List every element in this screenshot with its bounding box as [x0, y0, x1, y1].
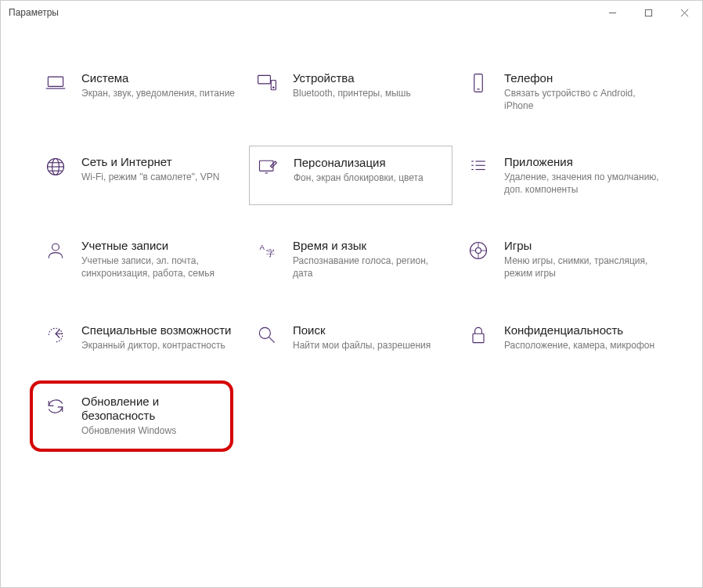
- svg-point-24: [52, 244, 59, 251]
- tile-desc: Расположение, камера, микрофон: [504, 340, 654, 352]
- tile-search[interactable]: Поиск Найти мои файлы, разрешения: [255, 323, 459, 352]
- tile-desc: Меню игры, снимки, трансляция, режим игр…: [504, 255, 661, 280]
- settings-window: Параметры Система Экран, звук, уведомлен…: [0, 0, 703, 588]
- apps-icon: [467, 155, 490, 179]
- svg-text:字: 字: [266, 248, 275, 258]
- update-icon: [44, 395, 67, 418]
- window-title: Параметры: [9, 7, 59, 18]
- tile-privacy[interactable]: Конфиденциальность Расположение, камера,…: [467, 323, 670, 352]
- globe-icon: [44, 155, 67, 179]
- tile-system[interactable]: Система Экран, звук, уведомления, питани…: [44, 71, 247, 112]
- personalization-icon: [256, 156, 279, 179]
- tile-desc: Удаление, значения по умолчанию, доп. ко…: [504, 171, 661, 196]
- tile-desc: Обновления Windows: [81, 425, 219, 438]
- tile-desc: Связать устройство с Android, iPhone: [504, 88, 661, 112]
- devices-icon: [255, 71, 279, 95]
- svg-rect-4: [48, 77, 63, 86]
- settings-grid: Система Экран, звук, уведомления, питани…: [1, 24, 702, 461]
- svg-rect-32: [473, 334, 484, 342]
- tile-desc: Wi-Fi, режим "в самолете", VPN: [81, 171, 219, 184]
- tile-desc: Экран, звук, уведомления, питание: [81, 88, 235, 100]
- window-controls: [594, 1, 702, 24]
- tile-title: Приложения: [504, 155, 661, 169]
- ease-of-access-icon: [44, 323, 67, 347]
- tile-desc: Распознавание голоса, регион, дата: [293, 255, 449, 280]
- close-button[interactable]: [666, 1, 702, 24]
- laptop-icon: [44, 71, 67, 95]
- tile-desc: Найти мои файлы, разрешения: [293, 340, 431, 352]
- tile-personalization[interactable]: Персонализация Фон, экран блокировки, цв…: [249, 146, 452, 205]
- tile-title: Игры: [504, 239, 661, 253]
- search-icon: [255, 323, 279, 347]
- tile-title: Учетные записи: [81, 239, 238, 253]
- tile-title: Сеть и Интернет: [81, 155, 219, 169]
- tile-update-security[interactable]: Обновление и безопасность Обновления Win…: [30, 381, 233, 452]
- tile-title: Персонализация: [294, 156, 424, 170]
- tile-title: Специальные возможности: [81, 323, 232, 337]
- tile-phone[interactable]: Телефон Связать устройство с Android, iP…: [467, 71, 670, 112]
- tile-accounts[interactable]: Учетные записи Учетные записи, эл. почта…: [44, 239, 247, 280]
- tile-ease-of-access[interactable]: Специальные возможности Экранный диктор,…: [44, 323, 247, 352]
- tile-title: Конфиденциальность: [504, 323, 654, 337]
- lock-icon: [467, 323, 490, 347]
- svg-rect-1: [645, 9, 651, 16]
- time-language-icon: A字: [255, 239, 279, 262]
- tile-desc: Учетные записи, эл. почта, синхронизация…: [81, 255, 238, 280]
- tile-desc: Bluetooth, принтеры, мышь: [293, 88, 411, 100]
- svg-point-30: [259, 327, 270, 338]
- tile-title: Обновление и безопасность: [81, 395, 219, 423]
- minimize-button[interactable]: [594, 1, 630, 24]
- tile-title: Время и язык: [293, 239, 449, 253]
- tile-network[interactable]: Сеть и Интернет Wi-Fi, режим "в самолете…: [44, 155, 247, 196]
- maximize-button[interactable]: [630, 1, 666, 24]
- gaming-icon: [467, 239, 490, 262]
- svg-text:A: A: [259, 243, 265, 252]
- tile-devices[interactable]: Устройства Bluetooth, принтеры, мышь: [255, 71, 459, 112]
- tile-desc: Экранный диктор, контрастность: [81, 340, 232, 352]
- tile-title: Устройства: [293, 71, 411, 85]
- tile-gaming[interactable]: Игры Меню игры, снимки, трансляция, режи…: [467, 239, 670, 280]
- phone-icon: [467, 71, 490, 95]
- tile-title: Система: [81, 71, 235, 85]
- tile-apps[interactable]: Приложения Удаление, значения по умолчан…: [467, 155, 670, 196]
- svg-point-28: [476, 248, 481, 254]
- tile-title: Телефон: [504, 71, 661, 85]
- svg-line-31: [269, 337, 275, 342]
- tile-desc: Фон, экран блокировки, цвета: [294, 172, 424, 185]
- tile-time-language[interactable]: A字 Время и язык Распознавание голоса, ре…: [255, 239, 459, 280]
- tile-title: Поиск: [293, 323, 431, 337]
- svg-point-8: [273, 87, 274, 88]
- svg-rect-6: [258, 75, 271, 84]
- accounts-icon: [44, 239, 67, 262]
